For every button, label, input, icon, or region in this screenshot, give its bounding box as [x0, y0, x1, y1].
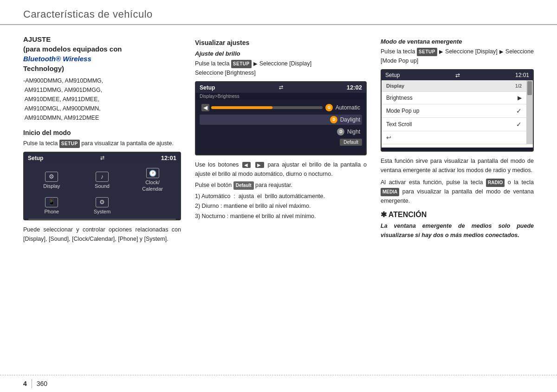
- modo-subtitle: Modo de ventana emergente: [381, 38, 534, 45]
- page-header: Características de vehículo: [0, 0, 557, 25]
- brightness-arrow: ▶: [518, 95, 522, 101]
- left-column: AJUSTE (para modelos equipados con Bluet…: [23, 34, 181, 244]
- attention-box: ✱ ATENCIÓN La ventana emergente de medio…: [381, 210, 534, 240]
- footer-divider: [32, 379, 32, 388]
- model-list: -AM900DMMG, AM910DMMG, AM911DMMG, AM901D…: [23, 76, 181, 122]
- attention-body: La ventana emergente de medios solo pued…: [381, 221, 534, 240]
- display-label: Display: [386, 83, 404, 89]
- page-title: Características de vehículo: [23, 8, 534, 20]
- right-btn-icon: ▶: [255, 162, 264, 168]
- popup-screen-time: 12:01: [515, 72, 529, 78]
- left-btn-icon: ◀: [242, 162, 251, 168]
- default-button[interactable]: Default: [340, 139, 362, 146]
- arrow-icon-3: ▶: [499, 48, 503, 56]
- left-arrow: ◀: [201, 104, 209, 111]
- visualizar-title: Visualizar ajustes: [195, 39, 367, 46]
- popup-back-row: ↩: [382, 131, 526, 144]
- popup-header-row: Display 1/2: [382, 80, 526, 92]
- clock-item: 🕐 Clock/Calendar: [129, 167, 176, 193]
- setup-badge-inicio: SETUP: [59, 140, 80, 148]
- brightness-sub-label: Display>Brightness: [196, 93, 366, 100]
- br-screen-time: 12:02: [347, 84, 362, 91]
- arrow-icon-2: ▶: [439, 48, 443, 56]
- section-title: AJUSTE (para modelos equipados con Bluet…: [23, 34, 181, 73]
- popup-screen-header: Setup ⇄ 12:01: [382, 70, 533, 80]
- num-list: 1) Automático : ajusta el brillo automát…: [195, 192, 367, 221]
- setup-badge-modo: SETUP: [417, 48, 437, 56]
- br-screen-header: Setup ⇄ 12:02: [196, 82, 366, 93]
- brightness-screen: Setup ⇄ 12:02 Display>Brightness ◀ ① Aut…: [195, 81, 367, 155]
- popup-content: Display 1/2 Brightness ▶ Mode Pop up ✓: [382, 80, 533, 144]
- popup-brightness-row: Brightness ▶: [382, 92, 526, 104]
- subsection-inicio: Inicio del modo: [23, 129, 181, 136]
- attention-title: ✱ ATENCIÓN: [381, 210, 534, 219]
- screen-header: Setup ⇄ 12:01: [24, 153, 180, 163]
- setup-screen: Setup ⇄ 12:01 ⚙ Display ♪ Sound 🕐 Clock/…: [23, 152, 181, 220]
- page-number: 4: [23, 380, 27, 387]
- page-footer: 4 360: [0, 375, 557, 392]
- phone-item: 📱 Phone: [28, 196, 76, 215]
- circle-1: ①: [325, 104, 333, 111]
- right-column: Modo de ventana emergente Pulse la tecla…: [381, 34, 534, 244]
- title-line2: (para modelos equipados con: [23, 45, 122, 53]
- title-line3: Technology): [23, 64, 64, 72]
- mid-column: Visualizar ajustes Ajuste del brillo Pul…: [195, 34, 367, 244]
- popup-textscroll-row: Text Scroll ✓: [382, 118, 526, 131]
- use-text: Use los botones ◀ ▶ para ajustar el bril…: [195, 160, 367, 179]
- popup-rows: Display 1/2 Brightness ▶ Mode Pop up ✓: [382, 80, 526, 144]
- brillo-subtitle: Ajuste del brillo: [195, 50, 367, 57]
- popup-wifi-icon: ⇄: [455, 72, 460, 78]
- wifi-icon: ⇄: [100, 155, 104, 161]
- popup-screen-title: Setup: [385, 72, 400, 78]
- circle-2: ②: [330, 116, 337, 123]
- modo-text: Pulse la tecla SETUP ▶ Seleccione [Displ…: [381, 47, 534, 65]
- default-badge: Default: [233, 181, 254, 190]
- phone-icon: 📱: [45, 197, 58, 207]
- title-italic: Bluetooth® Wireless: [23, 55, 91, 63]
- back-icon: ↩: [386, 134, 391, 141]
- slider-fill: [211, 106, 272, 109]
- esta-text: Esta función sirve para visualizar la pa…: [381, 156, 534, 175]
- display-item: ⚙ Display: [28, 167, 76, 193]
- screen-body: ⚙ Display ♪ Sound 🕐 Clock/Calendar 📱 Pho…: [24, 163, 180, 219]
- sound-icon: ♪: [96, 172, 109, 182]
- popup-screen: Setup ⇄ 12:01 Display 1/2 Brightness: [381, 69, 534, 152]
- arrow-icon-1: ▶: [253, 60, 257, 68]
- br-screen-title: Setup: [200, 84, 215, 91]
- mode-check: ✓: [516, 107, 522, 115]
- setup-badge-brillo: SETUP: [231, 60, 252, 68]
- page-number-360: 360: [37, 380, 47, 387]
- radio-badge: RADIO: [486, 179, 505, 187]
- al-text: Al activar esta función, pulse la tecla …: [381, 178, 534, 206]
- brillo-text: Pulse la tecla SETUP ▶ Seleccione [Displ…: [195, 59, 367, 77]
- puede-text: Puede seleccionar y controlar opciones r…: [23, 225, 181, 244]
- main-content: AJUSTE (para modelos equipados con Bluet…: [0, 25, 557, 244]
- clock-icon: 🕐: [146, 168, 159, 178]
- popup-body: Display 1/2 Brightness ▶ Mode Pop up ✓: [382, 80, 533, 148]
- num-item-3: 3) Nocturno : mantiene el brillo al nive…: [195, 212, 367, 221]
- page-info: 1/2: [515, 84, 522, 89]
- close-button[interactable]: Close: [28, 219, 176, 220]
- media-badge: MEDIA: [381, 188, 399, 196]
- system-item: ⚙ System: [78, 196, 126, 215]
- slider-bar: ◀: [201, 104, 323, 111]
- screen-time: 12:01: [161, 154, 176, 161]
- system-icon: ⚙: [96, 197, 109, 207]
- night-row: ③ Night: [200, 127, 362, 137]
- pulse-text: Pulse el botón Default para reajustar.: [195, 180, 367, 190]
- title-line1: AJUSTE: [23, 35, 51, 43]
- textscroll-check: ✓: [516, 121, 522, 128]
- daylight-row: ② Daylight: [200, 115, 362, 125]
- sound-item: ♪ Sound: [78, 167, 126, 193]
- scroll-thumb: [527, 81, 532, 95]
- num-item-1: 1) Automático : ajusta el brillo automát…: [195, 192, 367, 201]
- popup-mode-row: Mode Pop up ✓: [382, 104, 526, 118]
- br-wifi-icon: ⇄: [279, 84, 283, 90]
- display-icon: ⚙: [45, 172, 58, 182]
- scroll-bar: [526, 80, 533, 144]
- slider-track: [211, 106, 323, 109]
- screen-title: Setup: [28, 155, 43, 161]
- inicio-text: Pulse la tecla SETUP para visualizar la …: [23, 139, 181, 148]
- default-row: Default: [200, 139, 362, 146]
- automatic-row: ◀ ① Automatic: [200, 103, 362, 113]
